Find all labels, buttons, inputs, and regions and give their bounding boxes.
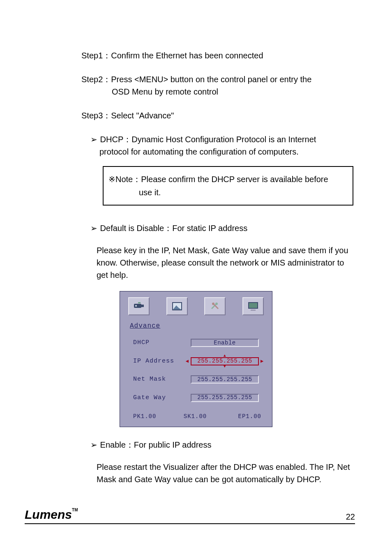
triangle-bullet-icon (90, 439, 98, 451)
svg-point-1 (135, 305, 137, 307)
dhcp-desc-line1: DHCP：Dynamic Host Configuration Protocol… (100, 135, 316, 144)
svg-point-10 (212, 303, 214, 305)
osd-label-dhcp: DHCP (127, 338, 185, 348)
osd-row-ip: IP Address ◀ 255.255.255.255 ▲ ▼ ▶ (127, 357, 265, 366)
osd-value-gw[interactable]: 255.255.255.255 (191, 394, 259, 402)
page-number: 22 (346, 512, 355, 522)
arrow-right-icon[interactable]: ▶ (261, 358, 264, 365)
svg-rect-13 (251, 310, 256, 311)
osd-row-gw: Gate Way 255.255.255.255 (127, 393, 265, 403)
version-sk: SK1.00 (184, 412, 207, 421)
osd-label-ip: IP Address (127, 357, 185, 366)
osd-rows: DHCP Enable IP Address ◀ 255.255.255.255… (120, 335, 272, 412)
step3: Step3：Select "Advance" (81, 109, 355, 122)
default-label: Default is Disable：For static IP address (100, 224, 248, 233)
arrow-up-icon[interactable]: ▲ (224, 354, 226, 358)
lumens-logo: LumensTM (25, 508, 78, 522)
version-pk: PK1.00 (133, 412, 156, 421)
osd-label-gw: Gate Way (127, 393, 185, 403)
osd-figure: Advance DHCP Enable IP Address ◀ 255.255… (120, 291, 272, 427)
osd-value-dhcp[interactable]: Enable (191, 339, 259, 347)
osd-row-dhcp: DHCP Enable (127, 338, 265, 348)
logo-tm: TM (72, 508, 78, 512)
page-footer: LumensTM 22 (25, 508, 355, 524)
enable-desc: Please restart the Visualizer after the … (97, 461, 355, 485)
bullet-default: Default is Disable：For static IP address (90, 222, 355, 234)
step2-line2: OSD Menu by remote control (112, 86, 355, 98)
svg-rect-12 (249, 303, 257, 308)
note-line1: ※Note：Please confirm the DHCP server is … (108, 175, 328, 184)
logo-text: Lumens (25, 508, 72, 521)
version-ep: EP1.00 (238, 412, 261, 421)
camera-icon (128, 297, 150, 315)
enable-label: Enable：For public IP address (100, 440, 212, 449)
osd-versions: PK1.00 SK1.00 EP1.00 (120, 412, 272, 427)
dhcp-desc-line2: protocol for automating the configuratio… (99, 146, 355, 158)
bullet-enable: Enable：For public IP address (90, 439, 355, 451)
image-icon (166, 297, 188, 315)
arrow-left-icon[interactable]: ◀ (186, 358, 189, 365)
osd-value-ip[interactable]: 255.255.255.255 ▲ ▼ (191, 357, 259, 365)
step1: Step1：Confirm the Ethernet has been conn… (81, 49, 355, 62)
osd-value-mask[interactable]: 255.255.255.255 (191, 375, 259, 384)
arrow-down-icon[interactable]: ▼ (224, 365, 226, 369)
tools-icon (204, 297, 226, 315)
svg-rect-0 (134, 304, 141, 308)
svg-point-9 (215, 303, 218, 305)
note-box: ※Note：Please confirm the DHCP server is … (103, 166, 353, 206)
note-line2: use it. (139, 186, 348, 199)
bullet-dhcp: DHCP：Dynamic Host Configuration Protocol… (90, 133, 355, 158)
osd-row-mask: Net Mask 255.255.255.255 (127, 375, 265, 384)
osd-title: Advance (120, 319, 272, 335)
triangle-bullet-icon (90, 133, 98, 146)
triangle-bullet-icon (90, 222, 98, 234)
step2-line1: Step2：Press <MENU> button on the control… (81, 75, 311, 84)
svg-rect-2 (141, 305, 144, 307)
monitor-icon (242, 297, 264, 315)
page-content: Step1：Confirm the Ethernet has been conn… (37, 49, 355, 485)
osd-icon-row (120, 291, 272, 319)
osd-label-mask: Net Mask (127, 375, 185, 384)
svg-rect-3 (138, 302, 141, 303)
static-desc: Please key in the IP, Net Mask, Gate Way… (97, 244, 355, 281)
step2: Step2：Press <MENU> button on the control… (81, 73, 355, 98)
